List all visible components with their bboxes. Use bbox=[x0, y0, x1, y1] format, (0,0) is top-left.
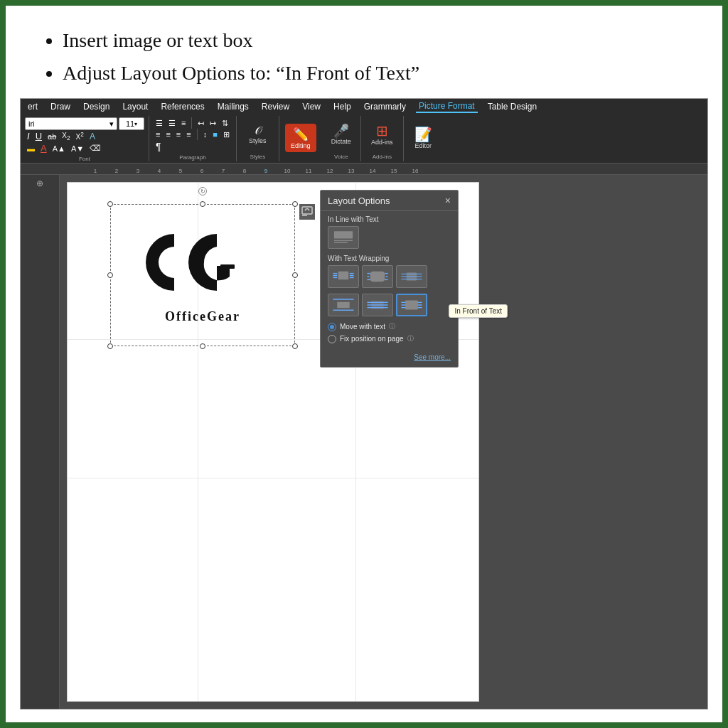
menu-item-layout[interactable]: Layout bbox=[119, 101, 151, 112]
resize-handle-tc[interactable] bbox=[200, 201, 205, 207]
text-effects-btn[interactable]: A bbox=[87, 131, 97, 142]
svg-rect-33 bbox=[405, 300, 417, 309]
strikethrough-btn[interactable]: ab bbox=[46, 132, 58, 141]
align-left-btn[interactable]: ≡ bbox=[154, 129, 162, 139]
in-front-icon bbox=[400, 297, 423, 313]
menu-item-ert[interactable]: ert bbox=[25, 101, 41, 112]
behind-text-icon bbox=[366, 297, 389, 313]
resize-handle-mr[interactable] bbox=[292, 272, 298, 278]
inline-layout-btn[interactable] bbox=[328, 226, 359, 249]
font-format-row: I U ab X2 X2 A bbox=[25, 130, 144, 142]
resize-handle-ml[interactable] bbox=[107, 272, 113, 278]
editing-group-label bbox=[284, 159, 318, 160]
ribbon-group-font: iri ▾ 11 ▾ I U ab X2 X2 A bbox=[21, 116, 149, 161]
wrapping-section-label: With Text Wrapping bbox=[321, 250, 458, 264]
menu-item-draw[interactable]: Draw bbox=[48, 101, 73, 112]
move-with-text-info[interactable]: ⓘ bbox=[389, 322, 395, 331]
rotate-handle[interactable]: ↻ bbox=[198, 187, 207, 196]
resize-handle-br[interactable] bbox=[292, 343, 298, 349]
in-front-text-wrap-btn[interactable]: In Front of Text bbox=[396, 294, 427, 316]
font-size-grow-btn[interactable]: A▲ bbox=[50, 144, 68, 154]
menu-item-table-design[interactable]: Table Design bbox=[485, 101, 540, 112]
see-more-link[interactable]: See more... bbox=[321, 350, 458, 361]
expand-icon[interactable]: ⊕ bbox=[36, 178, 43, 188]
dictate-button[interactable]: 🎤 Dictate bbox=[327, 123, 355, 146]
through-wrap-btn[interactable] bbox=[396, 265, 427, 288]
superscript-btn[interactable]: X2 bbox=[74, 130, 86, 141]
menu-item-mailings[interactable]: Mailings bbox=[215, 101, 252, 112]
resize-handle-tl[interactable] bbox=[107, 201, 113, 207]
move-with-text-row: Move with text ⓘ bbox=[328, 322, 451, 331]
editor-button[interactable]: 📝 Editor bbox=[409, 126, 437, 151]
borders-btn[interactable]: ⊞ bbox=[221, 129, 232, 140]
top-bottom-icon bbox=[332, 297, 355, 313]
addins-button[interactable]: ⊞ Add-ins bbox=[368, 122, 396, 147]
move-with-text-radio[interactable] bbox=[328, 323, 336, 331]
inline-section-label: In Line with Text bbox=[321, 211, 458, 225]
menu-item-references[interactable]: References bbox=[158, 101, 207, 112]
outer-border: Insert image or text box Adjust Layout O… bbox=[0, 0, 728, 728]
voice-group-label: Voice bbox=[326, 152, 356, 160]
line-spacing-btn[interactable]: ↕ bbox=[201, 129, 210, 139]
bullets-section: Insert image or text box Adjust Layout O… bbox=[20, 18, 708, 98]
menu-item-picture-format[interactable]: Picture Format bbox=[416, 100, 478, 113]
ruler-mark: 13 bbox=[341, 168, 362, 174]
behind-text-wrap-btn[interactable] bbox=[362, 294, 393, 316]
font-group-label: Font bbox=[25, 154, 144, 162]
font-size-box[interactable]: 11 ▾ bbox=[119, 117, 144, 130]
shading-btn[interactable]: ■ bbox=[210, 129, 220, 139]
underline-btn[interactable]: U bbox=[33, 130, 44, 142]
font-size-shrink-btn[interactable]: A▼ bbox=[69, 144, 86, 154]
addins-group-label: Add-ins bbox=[365, 152, 399, 160]
clear-format-btn[interactable]: ⌫ bbox=[87, 143, 103, 154]
bullet-list-btn[interactable]: ☰ bbox=[154, 118, 165, 129]
resize-handle-tr[interactable] bbox=[292, 201, 298, 207]
logo-area: OfficeGear bbox=[116, 210, 289, 341]
sort-btn[interactable]: ⇅ bbox=[220, 118, 230, 129]
top-bottom-wrap-btn[interactable] bbox=[328, 294, 359, 316]
paragraph-mark-btn[interactable]: ¶ bbox=[154, 140, 164, 153]
fix-position-radio[interactable] bbox=[328, 335, 336, 343]
menu-item-view[interactable]: View bbox=[299, 101, 323, 112]
editing-button[interactable]: ✏️ Editing bbox=[285, 124, 316, 152]
styles-button[interactable]: 𝒪 Styles bbox=[243, 124, 272, 146]
fix-position-info[interactable]: ⓘ bbox=[407, 334, 414, 343]
menu-item-review[interactable]: Review bbox=[259, 101, 292, 112]
ruler-mark: 6 bbox=[191, 168, 213, 174]
layout-panel-title: Layout Options bbox=[328, 196, 390, 206]
ruler-mark: 9 bbox=[255, 168, 277, 174]
layout-panel-close-button[interactable]: × bbox=[445, 195, 451, 206]
ruler-mark: 10 bbox=[277, 168, 298, 174]
wrapping-icons-row2: In Front of Text bbox=[321, 292, 458, 318]
ruler-mark: 2 bbox=[106, 168, 127, 174]
font-name-box[interactable]: iri ▾ bbox=[25, 117, 117, 130]
ruler-mark: 15 bbox=[383, 168, 405, 174]
subscript-btn[interactable]: X2 bbox=[60, 131, 72, 142]
indent-decrease-btn[interactable]: ↤ bbox=[196, 118, 206, 129]
inline-icons-row bbox=[321, 225, 458, 250]
font-color-row: ▬ A A▲ A▼ ⌫ bbox=[25, 142, 144, 154]
indent-increase-btn[interactable]: ↦ bbox=[208, 118, 218, 129]
inline-icon bbox=[332, 230, 355, 245]
italic-btn[interactable]: I bbox=[25, 130, 32, 142]
font-color-btn[interactable]: A bbox=[38, 142, 49, 154]
menu-item-grammarly[interactable]: Grammarly bbox=[361, 101, 409, 112]
resize-handle-bc[interactable] bbox=[200, 343, 205, 349]
svg-rect-23 bbox=[337, 302, 349, 309]
align-right-btn[interactable]: ≡ bbox=[174, 129, 183, 139]
tight-wrap-btn[interactable] bbox=[362, 265, 393, 288]
justify-btn[interactable]: ≡ bbox=[184, 129, 193, 139]
menu-item-design[interactable]: Design bbox=[80, 101, 112, 112]
square-wrap-btn[interactable] bbox=[328, 265, 359, 288]
resize-handle-bl[interactable] bbox=[107, 343, 113, 349]
number-list-btn[interactable]: ☰ bbox=[166, 118, 178, 129]
multi-level-btn[interactable]: ≡ bbox=[179, 118, 188, 128]
menu-item-help[interactable]: Help bbox=[331, 101, 354, 112]
layout-options-toggle[interactable] bbox=[299, 204, 315, 220]
ruler: 1 2 3 4 5 6 7 8 9 10 11 12 13 14 15 16 bbox=[21, 164, 707, 175]
styles-group-label: Styles bbox=[241, 152, 274, 160]
selected-image-container[interactable]: ↻ OfficeGe bbox=[110, 204, 295, 346]
highlight-color-btn[interactable]: ▬ bbox=[25, 144, 37, 154]
tight-wrap-icon bbox=[366, 269, 389, 284]
align-center-btn[interactable]: ≡ bbox=[164, 129, 172, 139]
